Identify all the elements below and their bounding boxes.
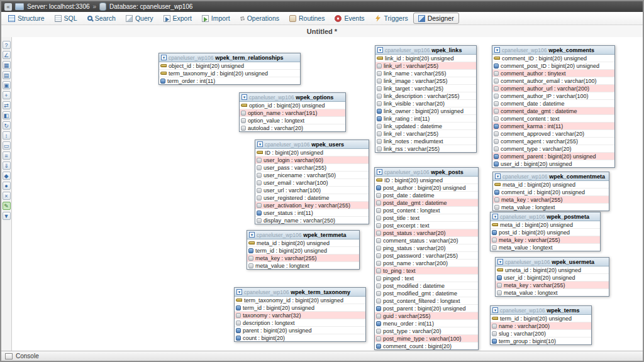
field-taxonomy[interactable]: taxonomy : varchar(32)	[235, 312, 365, 319]
field-guid[interactable]: guid : varchar(255)	[375, 312, 478, 320]
field-comment_status[interactable]: comment_status : varchar(20)	[375, 237, 478, 244]
table-header[interactable]: ▾cpaneluser_wp106wpek_commentmeta	[493, 172, 609, 181]
field-comment_author_email[interactable]: comment_author_email : varchar(100)	[492, 77, 614, 85]
field-comment_author_IP[interactable]: comment_author_IP : varchar(100)	[492, 92, 614, 100]
field-comment_ID[interactable]: comment_ID : bigint(20) unsigned	[492, 55, 614, 62]
field-user_activation_key[interactable]: user_activation_key : varchar(255)	[255, 202, 369, 209]
field-option_id[interactable]: option_id : bigint(20) unsigned	[240, 102, 345, 109]
toggle-relation-lines-icon[interactable]: ≡	[3, 151, 11, 160]
collapse-table-icon[interactable]: ▾	[495, 173, 501, 179]
field-comment_author[interactable]: comment_author : tinytext	[492, 70, 614, 77]
field-post_content_filtered[interactable]: post_content_filtered : longtext	[375, 297, 478, 305]
field-link_description[interactable]: link_description : varchar(255)	[375, 92, 476, 100]
tab-sql[interactable]: SQL	[50, 13, 82, 24]
field-meta_key[interactable]: meta_key : varchar(255)	[491, 236, 600, 244]
nav-panel-toggle-icon[interactable]: «	[4, 3, 12, 11]
collapse-table-icon[interactable]: ▾	[249, 232, 255, 238]
field-link_owner[interactable]: link_owner : bigint(20) unsigned	[375, 107, 476, 115]
field-description[interactable]: description : longtext	[235, 319, 365, 327]
field-slug[interactable]: slug : varchar(200)	[491, 330, 591, 337]
field-ID[interactable]: ID : bigint(20) unsigned	[375, 177, 478, 184]
table-wpek_comments[interactable]: ▾cpaneluser_wp106wpek_commentscomment_ID…	[492, 45, 615, 168]
field-post_parent[interactable]: post_parent : bigint(20) unsigned	[375, 305, 478, 312]
table-wpek_links[interactable]: ▾cpaneluser_wp106wpek_linkslink_id : big…	[375, 45, 477, 153]
field-meta_key[interactable]: meta_key : varchar(255)	[247, 255, 359, 262]
field-term_id[interactable]: term_id : bigint(20) unsigned	[235, 304, 365, 312]
field-post_title[interactable]: post_title : text	[375, 214, 478, 222]
collapse-table-icon[interactable]: ▾	[377, 169, 382, 175]
table-wpek_terms[interactable]: ▾cpaneluser_wp106wpek_termsterm_id : big…	[490, 305, 592, 345]
tab-search[interactable]: Search	[82, 13, 121, 24]
show-hide-tables-list-icon[interactable]: ▤	[3, 71, 11, 79]
field-term_taxonomy_id[interactable]: term_taxonomy_id : bigint(20) unsigned	[235, 297, 365, 304]
small-big-all-icon[interactable]: ↕	[3, 131, 11, 140]
field-pinged[interactable]: pinged : text	[375, 275, 478, 282]
field-parent[interactable]: parent : bigint(20) unsigned	[235, 327, 365, 334]
tab-events[interactable]: Events	[330, 13, 369, 24]
field-post_name[interactable]: post_name : varchar(200)	[375, 260, 478, 267]
tab-routines[interactable]: Routines	[284, 13, 330, 24]
pin-text-icon[interactable]: ●	[3, 182, 11, 190]
field-ID[interactable]: ID : bigint(20) unsigned	[255, 149, 369, 156]
field-comment_parent[interactable]: comment_parent : bigint(20) unsigned	[492, 153, 614, 160]
field-post_excerpt[interactable]: post_excerpt : text	[375, 222, 478, 229]
field-link_id[interactable]: link_id : bigint(20) unsigned	[375, 55, 476, 62]
table-wpek_options[interactable]: ▾cpaneluser_wp106wpek_optionsoption_id :…	[239, 92, 346, 132]
table-wpek_usermeta[interactable]: ▾cpaneluser_wp106wpek_usermetaumeta_id :…	[495, 257, 609, 297]
field-comment_agent[interactable]: comment_agent : varchar(255)	[492, 138, 614, 145]
field-comment_type[interactable]: comment_type : varchar(20)	[492, 145, 614, 153]
field-object_id[interactable]: object_id : bigint(20) unsigned	[159, 62, 300, 70]
field-user_login[interactable]: user_login : varchar(60)	[255, 156, 369, 164]
help-icon[interactable]: ?	[3, 41, 11, 49]
field-link_rating[interactable]: link_rating : int(11)	[375, 115, 476, 123]
field-meta_key[interactable]: meta_key : varchar(255)	[496, 282, 609, 289]
field-user_registered[interactable]: user_registered : datetime	[255, 194, 369, 202]
field-ping_status[interactable]: ping_status : varchar(20)	[375, 244, 478, 252]
tab-triggers[interactable]: Triggers	[370, 13, 413, 24]
field-comment_post_ID[interactable]: comment_post_ID : bigint(20) unsigned	[492, 62, 614, 70]
table-header[interactable]: ▾cpaneluser_wp106wpek_links	[375, 46, 476, 55]
field-meta_key[interactable]: meta_key : varchar(255)	[493, 196, 609, 204]
tab-query[interactable]: Query	[121, 13, 158, 24]
field-user_status[interactable]: user_status : int(11)	[255, 209, 369, 217]
collapse-table-icon[interactable]: ▾	[494, 47, 500, 53]
field-autoload[interactable]: autoload : varchar(20)	[240, 124, 345, 131]
delete-relation-icon[interactable]: ×	[3, 192, 11, 200]
field-term_taxonomy_id[interactable]: term_taxonomy_id : bigint(20) unsigned	[159, 70, 300, 77]
table-header[interactable]: ▾cpaneluser_wp106wpek_term_relationships	[159, 53, 300, 62]
table-header[interactable]: ▾cpaneluser_wp106wpek_options	[240, 93, 345, 102]
table-wpek_term_taxonomy[interactable]: ▾cpaneluser_wp106wpek_term_taxonomyterm_…	[234, 287, 366, 342]
field-post_author[interactable]: post_author : bigint(20) unsigned	[375, 184, 478, 192]
field-term_id[interactable]: term_id : bigint(20) unsigned	[491, 315, 591, 322]
field-meta_id[interactable]: meta_id : bigint(20) unsigned	[247, 239, 359, 247]
field-post_type[interactable]: post_type : varchar(20)	[375, 327, 478, 335]
angular-direct-links-icon[interactable]: ∠	[3, 51, 11, 59]
field-count[interactable]: count : bigint(20)	[235, 334, 365, 341]
field-comment_content[interactable]: comment_content : text	[492, 115, 614, 123]
field-umeta_id[interactable]: umeta_id : bigint(20) unsigned	[496, 266, 609, 274]
table-header[interactable]: ▾cpaneluser_wp106wpek_terms	[491, 306, 591, 315]
choose-column-to-display-icon[interactable]: ◧	[3, 111, 11, 119]
database-link[interactable]: Database: cpaneluser_wp106	[109, 3, 192, 10]
field-comment_count[interactable]: comment_count : bigint(20)	[375, 343, 478, 349]
field-link_notes[interactable]: link_notes : mediumtext	[375, 138, 476, 145]
field-comment_karma[interactable]: comment_karma : int(11)	[492, 123, 614, 130]
build-query-icon[interactable]: ✎	[3, 202, 11, 210]
collapse-table-icon[interactable]: ▾	[492, 307, 498, 313]
field-user_nicename[interactable]: user_nicename : varchar(50)	[255, 172, 369, 179]
table-header[interactable]: ▾cpaneluser_wp106wpek_comments	[492, 46, 614, 55]
field-user_pass[interactable]: user_pass : varchar(255)	[255, 164, 369, 172]
field-user_id[interactable]: user_id : bigint(20) unsigned	[496, 274, 609, 282]
table-header[interactable]: ▾cpaneluser_wp106wpek_posts	[375, 168, 478, 177]
field-link_image[interactable]: link_image : varchar(255)	[375, 77, 476, 85]
toggle-small-big-icon[interactable]: ▭	[3, 141, 11, 150]
field-comment_date_gmt[interactable]: comment_date_gmt : datetime	[492, 107, 614, 115]
field-option_value[interactable]: option_value : longtext	[240, 117, 345, 124]
table-wpek_term_relationships[interactable]: ▾cpaneluser_wp106wpek_term_relationships…	[158, 53, 301, 85]
table-wpek_users[interactable]: ▾cpaneluser_wp106wpek_usersID : bigint(2…	[255, 140, 369, 224]
field-post_date_gmt[interactable]: post_date_gmt : datetime	[375, 199, 478, 207]
field-meta_id[interactable]: meta_id : bigint(20) unsigned	[493, 181, 609, 189]
field-term_order[interactable]: term_order : int(11)	[159, 77, 300, 84]
collapse-table-icon[interactable]: ▾	[492, 214, 498, 219]
field-post_content[interactable]: post_content : longtext	[375, 207, 478, 214]
